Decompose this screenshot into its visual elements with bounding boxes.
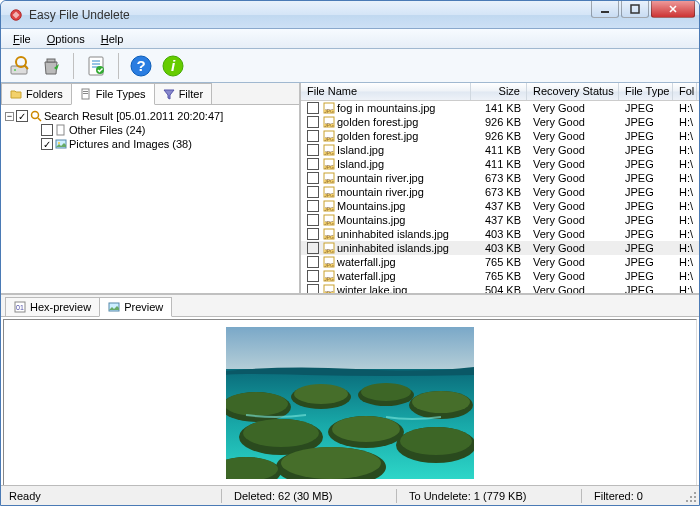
svg-point-84: [294, 384, 348, 404]
row-checkbox[interactable]: [307, 172, 319, 184]
checkbox[interactable]: [41, 138, 53, 150]
table-row[interactable]: JPGwinter lake.jpg504 KBVery GoodJPEGH:\: [301, 283, 699, 293]
list-header: File Name Size Recovery Status File Type…: [301, 83, 699, 101]
tab-hex-label: Hex-preview: [30, 301, 91, 313]
window-title: Easy File Undelete: [29, 8, 591, 22]
svg-point-102: [694, 500, 696, 502]
row-checkbox[interactable]: [307, 214, 319, 226]
tab-filter[interactable]: Filter: [154, 83, 212, 104]
resize-grip[interactable]: [685, 491, 697, 503]
svg-point-101: [690, 496, 692, 498]
close-button[interactable]: [651, 0, 695, 18]
row-checkbox[interactable]: [307, 228, 319, 240]
tab-hex-preview[interactable]: 01 Hex-preview: [5, 297, 100, 316]
menu-file[interactable]: File: [5, 31, 39, 47]
table-row[interactable]: JPGuninhabited islands.jpg403 KBVery Goo…: [301, 227, 699, 241]
col-size[interactable]: Size: [471, 83, 527, 100]
svg-point-86: [361, 383, 411, 401]
file-name: Mountains.jpg: [337, 214, 406, 226]
tree-root-label: Search Result [05.01.2011 20:20:47]: [44, 110, 223, 122]
file-name: waterfall.jpg: [337, 270, 396, 282]
minimize-button[interactable]: [591, 0, 619, 18]
svg-line-21: [38, 118, 41, 121]
file-name: uninhabited islands.jpg: [337, 242, 449, 254]
row-checkbox[interactable]: [307, 130, 319, 142]
svg-point-88: [412, 391, 470, 413]
svg-rect-7: [47, 59, 55, 62]
table-row[interactable]: JPGuninhabited islands.jpg403 KBVery Goo…: [301, 241, 699, 255]
tab-file-types[interactable]: File Types: [71, 83, 155, 105]
tab-preview[interactable]: Preview: [99, 297, 172, 317]
row-checkbox[interactable]: [307, 186, 319, 198]
menu-help[interactable]: Help: [93, 31, 132, 47]
menubar: File Options Help: [1, 29, 699, 49]
menu-options[interactable]: Options: [39, 31, 93, 47]
toolbar-separator: [73, 53, 74, 79]
table-row[interactable]: JPGmountain river.jpg673 KBVery GoodJPEG…: [301, 185, 699, 199]
file-type: JPEG: [619, 282, 673, 293]
table-row[interactable]: JPGIsland.jpg411 KBVery GoodJPEGH:\: [301, 143, 699, 157]
row-checkbox[interactable]: [307, 284, 319, 293]
table-row[interactable]: JPGwaterfall.jpg765 KBVery GoodJPEGH:\: [301, 269, 699, 283]
row-checkbox[interactable]: [307, 256, 319, 268]
row-checkbox[interactable]: [307, 242, 319, 254]
row-checkbox[interactable]: [307, 102, 319, 114]
pictures-icon: [55, 138, 67, 150]
row-checkbox[interactable]: [307, 144, 319, 156]
maximize-button[interactable]: [621, 0, 649, 18]
about-button[interactable]: i: [159, 52, 187, 80]
file-size: 504 KB: [471, 282, 527, 293]
row-checkbox[interactable]: [307, 158, 319, 170]
file-name: mountain river.jpg: [337, 186, 424, 198]
file-name: fog in mountains.jpg: [337, 102, 435, 114]
tab-folders[interactable]: Folders: [1, 83, 72, 104]
table-row[interactable]: JPGgolden forest.jpg926 KBVery GoodJPEGH…: [301, 115, 699, 129]
tree-root[interactable]: − Search Result [05.01.2011 20:20:47]: [5, 109, 295, 123]
status-filtered: Filtered: 0: [594, 490, 643, 502]
col-folder[interactable]: Fol: [673, 83, 697, 100]
scan-drive-button[interactable]: [5, 52, 33, 80]
svg-point-4: [14, 69, 16, 71]
svg-point-103: [690, 500, 692, 502]
help-button[interactable]: ?: [127, 52, 155, 80]
checkbox[interactable]: [41, 124, 53, 136]
toolbar-separator: [118, 53, 119, 79]
col-recovery[interactable]: Recovery Status: [527, 83, 619, 100]
checkbox[interactable]: [16, 110, 28, 122]
table-row[interactable]: JPGmountain river.jpg673 KBVery GoodJPEG…: [301, 171, 699, 185]
tree-item-label: Pictures and Images (38): [69, 138, 192, 150]
tree-item-other[interactable]: Other Files (24): [5, 123, 295, 137]
svg-rect-79: [226, 327, 474, 372]
table-row[interactable]: JPGMountains.jpg437 KBVery GoodJPEGH:\: [301, 213, 699, 227]
file-recovery: Very Good: [527, 282, 619, 293]
file-list[interactable]: JPGfog in mountains.jpg141 KBVery GoodJP…: [301, 101, 699, 293]
row-checkbox[interactable]: [307, 116, 319, 128]
table-row[interactable]: JPGgolden forest.jpg926 KBVery GoodJPEGH…: [301, 129, 699, 143]
preview-tabs: 01 Hex-preview Preview: [1, 295, 699, 317]
svg-point-82: [226, 392, 288, 416]
col-name[interactable]: File Name: [301, 83, 471, 100]
file-name: Island.jpg: [337, 144, 384, 156]
row-checkbox[interactable]: [307, 200, 319, 212]
status-ready: Ready: [9, 490, 209, 502]
tree-view[interactable]: − Search Result [05.01.2011 20:20:47] Ot…: [1, 105, 299, 293]
col-type[interactable]: File Type: [619, 83, 673, 100]
file-name: winter lake.jpg: [337, 284, 407, 293]
collapse-icon[interactable]: −: [5, 112, 14, 121]
table-row[interactable]: JPGMountains.jpg437 KBVery GoodJPEGH:\: [301, 199, 699, 213]
table-row[interactable]: JPGfog in mountains.jpg141 KBVery GoodJP…: [301, 101, 699, 115]
table-row[interactable]: JPGIsland.jpg411 KBVery GoodJPEGH:\: [301, 157, 699, 171]
undelete-button[interactable]: [37, 52, 65, 80]
svg-point-90: [243, 419, 319, 447]
file-name: Mountains.jpg: [337, 200, 406, 212]
file-name: waterfall.jpg: [337, 256, 396, 268]
svg-text:JPG: JPG: [324, 290, 334, 293]
hex-icon: 01: [14, 301, 26, 313]
tab-filter-label: Filter: [179, 88, 203, 100]
left-tabs: Folders File Types Filter: [1, 83, 299, 105]
table-row[interactable]: JPGwaterfall.jpg765 KBVery GoodJPEGH:\: [301, 255, 699, 269]
row-checkbox[interactable]: [307, 270, 319, 282]
options-button[interactable]: [82, 52, 110, 80]
tree-item-pictures[interactable]: Pictures and Images (38): [5, 137, 295, 151]
svg-point-94: [400, 427, 472, 455]
